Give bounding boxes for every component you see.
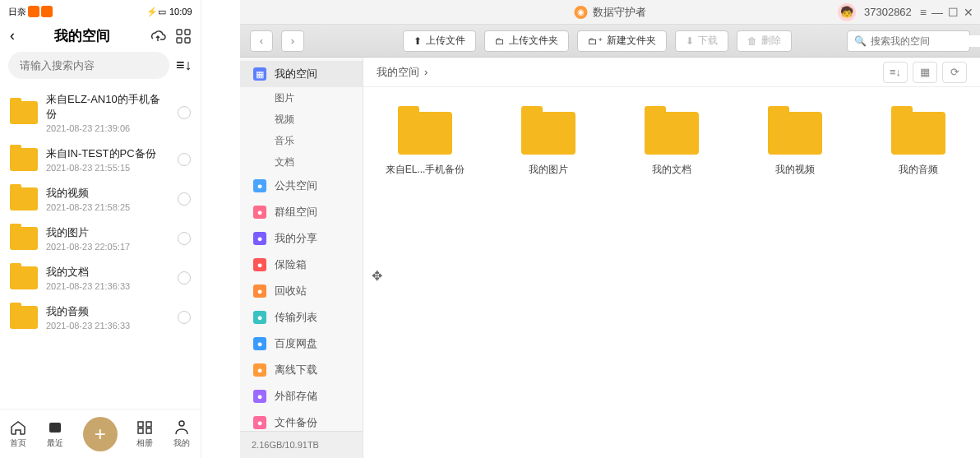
grid-folder[interactable]: 我的视频 — [750, 112, 840, 177]
sidebar-item-label: 我的分享 — [275, 231, 317, 246]
upload-folder-button[interactable]: 🗀上传文件夹 — [484, 30, 569, 52]
grid-folder[interactable]: 来自EL...手机备份 — [380, 112, 470, 177]
sidebar-item[interactable]: ●我的分享 — [240, 225, 363, 252]
menu-icon[interactable]: ≡ — [920, 6, 927, 19]
fab-add-button[interactable]: + — [83, 417, 118, 451]
nav-back-button[interactable]: ‹ — [250, 30, 273, 52]
sidebar-item[interactable]: ●保险箱 — [240, 252, 363, 278]
desktop-search-input[interactable] — [871, 35, 980, 47]
select-radio[interactable] — [178, 232, 191, 245]
view-grid-button[interactable]: ▦ — [913, 62, 937, 83]
nav-recent[interactable]: 最近 — [46, 419, 64, 449]
refresh-button[interactable]: ⟳ — [942, 62, 967, 83]
select-radio[interactable] — [178, 311, 191, 324]
sidebar-my-space[interactable]: ▦ 我的空间 — [240, 61, 363, 87]
list-item[interactable]: 我的音频2021-08-23 21:36:33 — [0, 298, 201, 337]
desktop-panel: ◉ 数据守护者 🧒 37302862 ≡ — ☐ ✕ ‹ › ⬆上传文件 🗀上传… — [240, 0, 980, 458]
delete-button[interactable]: 🗑删除 — [737, 30, 792, 52]
storage-info: 2.16GB/10.91TB — [240, 431, 363, 458]
sidebar-item-label: 百度网盘 — [275, 336, 317, 351]
mobile-search-input[interactable] — [8, 52, 169, 79]
item-name: 来自ELZ-AN10的手机备份 — [46, 92, 169, 122]
folder-grid: ✥ 来自EL...手机备份我的图片我的文档我的视频我的音频 — [363, 87, 980, 458]
sidebar-sub-item[interactable]: 文档 — [240, 151, 363, 173]
folder-name: 我的视频 — [775, 163, 815, 177]
download-icon: ⬇ — [686, 35, 694, 47]
grid-folder[interactable]: 我的图片 — [503, 112, 594, 177]
desktop-toolbar: ‹ › ⬆上传文件 🗀上传文件夹 🗀⁺新建文件夹 ⬇下载 🗑删除 🔍 — [240, 25, 980, 58]
sidebar-item[interactable]: ●回收站 — [240, 278, 363, 304]
cloud-upload-icon[interactable] — [150, 29, 166, 44]
sidebar-item-icon: ● — [253, 258, 266, 271]
sort-button[interactable]: ≡↓ — [883, 62, 908, 83]
new-folder-button[interactable]: 🗀⁺新建文件夹 — [577, 30, 667, 52]
back-icon[interactable]: ‹ — [10, 27, 15, 44]
desktop-search[interactable]: 🔍 — [847, 30, 970, 52]
user-id[interactable]: 37302862 — [864, 6, 912, 18]
sidebar-item[interactable]: ●群组空间 — [240, 199, 363, 225]
sidebar-item[interactable]: ●传输列表 — [240, 304, 363, 331]
select-radio[interactable] — [178, 153, 191, 166]
item-date: 2021-08-23 21:58:25 — [46, 202, 169, 212]
upload-icon: ⬆ — [414, 35, 422, 47]
sidebar-item-icon: ● — [253, 311, 266, 324]
select-radio[interactable] — [178, 106, 191, 119]
nav-home[interactable]: 首页 — [9, 419, 27, 449]
sidebar-sub-item[interactable]: 视频 — [240, 109, 363, 130]
nav-mine[interactable]: 我的 — [173, 419, 191, 449]
sidebar-item-icon: ● — [253, 337, 266, 350]
select-radio[interactable] — [178, 192, 191, 206]
download-button[interactable]: ⬇下载 — [675, 30, 728, 52]
app-title: 数据守护者 — [593, 5, 646, 20]
sidebar-item-icon: ● — [253, 232, 266, 245]
mobile-file-list: 来自ELZ-AN10的手机备份2021-08-23 21:39:06来自IN-T… — [0, 86, 201, 409]
battery-icon: ⚡▭ — [146, 7, 166, 17]
sidebar-item-icon: ● — [253, 285, 266, 298]
folder-icon — [10, 148, 38, 171]
folder-icon — [10, 187, 38, 210]
item-date: 2021-08-23 21:36:33 — [46, 321, 169, 331]
list-item[interactable]: 我的图片2021-08-23 22:05:17 — [0, 219, 201, 258]
upload-file-button[interactable]: ⬆上传文件 — [403, 30, 476, 52]
sidebar-item-label: 离线下载 — [275, 363, 317, 377]
sidebar-item[interactable]: ●百度网盘 — [240, 331, 363, 357]
svg-rect-0 — [177, 30, 182, 35]
sidebar-item-label: 文件备份 — [275, 415, 317, 430]
nav-forward-button[interactable]: › — [281, 30, 304, 52]
grid-folder[interactable]: 我的音频 — [873, 112, 964, 177]
grid-folder[interactable]: 我的文档 — [626, 112, 717, 177]
select-radio[interactable] — [178, 271, 191, 285]
folder-name: 来自EL...手机备份 — [386, 163, 465, 177]
folder-icon — [10, 101, 38, 124]
status-icon-2 — [41, 6, 53, 17]
user-avatar[interactable]: 🧒 — [838, 3, 856, 21]
window-minimize-icon[interactable]: — — [931, 6, 943, 19]
list-item[interactable]: 来自ELZ-AN10的手机备份2021-08-23 21:39:06 — [0, 86, 201, 140]
svg-rect-1 — [185, 30, 190, 35]
grid-icon[interactable] — [176, 29, 191, 44]
sidebar-item[interactable]: ●公共空间 — [240, 173, 363, 199]
sort-icon[interactable]: ≡↓ — [176, 57, 192, 74]
sidebar-item[interactable]: ●外部存储 — [240, 383, 363, 409]
folder-icon — [10, 227, 38, 250]
window-close-icon[interactable]: ✕ — [964, 6, 973, 19]
breadcrumb[interactable]: 我的空间 — [377, 65, 419, 80]
list-item[interactable]: 来自IN-TEST的PC备份2021-08-23 21:55:15 — [0, 140, 201, 179]
item-name: 我的音频 — [46, 304, 169, 319]
list-item[interactable]: 我的文档2021-08-23 21:36:33 — [0, 258, 201, 298]
sidebar-sub-item[interactable]: 图片 — [240, 87, 363, 109]
sidebar-item-label: 回收站 — [275, 284, 307, 298]
sidebar-sub-item[interactable]: 音乐 — [240, 130, 363, 151]
window-maximize-icon[interactable]: ☐ — [948, 6, 959, 19]
svg-rect-4 — [49, 423, 61, 433]
nav-album[interactable]: 相册 — [136, 419, 154, 449]
sidebar-item-label: 外部存储 — [275, 389, 317, 404]
desktop-sidebar: ▦ 我的空间 图片视频音乐文档 ●公共空间●群组空间●我的分享●保险箱●回收站●… — [240, 58, 363, 458]
folder-name: 我的音频 — [899, 163, 938, 177]
item-date: 2021-08-23 21:55:15 — [46, 163, 169, 173]
sidebar-item[interactable]: ●文件备份 — [240, 409, 363, 431]
list-item[interactable]: 我的视频2021-08-23 21:58:25 — [0, 179, 201, 219]
mobile-title: 我的空间 — [54, 26, 110, 45]
my-space-icon: ▦ — [253, 67, 266, 81]
sidebar-item[interactable]: ●离线下载 — [240, 357, 363, 383]
